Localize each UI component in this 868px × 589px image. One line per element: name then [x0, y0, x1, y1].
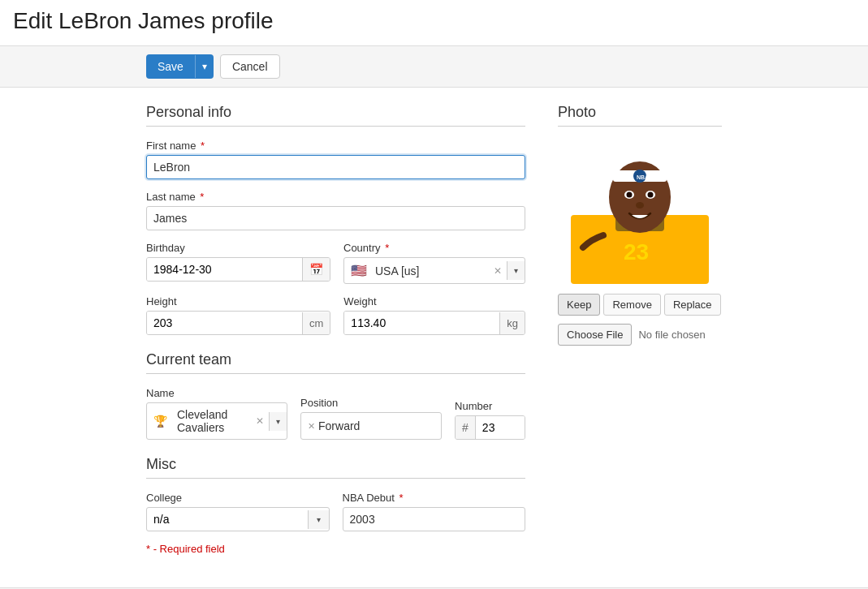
cancel-button[interactable]: Cancel: [220, 54, 280, 79]
college-select[interactable]: n/a: [147, 508, 308, 531]
birthday-field-group: Birthday 📅: [146, 242, 330, 284]
weight-unit: kg: [499, 312, 525, 334]
team-select-wrapper: 🏆 Cleveland Cavaliers ✕ ▾: [146, 402, 287, 440]
country-select-wrapper: 🇺🇸 USA [us] ✕ ▾: [343, 257, 525, 284]
weight-input-wrapper: kg: [343, 311, 525, 335]
personal-info-title: Personal info: [146, 104, 525, 127]
height-field-group: Height cm: [146, 295, 330, 335]
required-note: * - Required field: [146, 543, 525, 555]
nba-debut-input[interactable]: [343, 507, 526, 531]
svg-text:NBA: NBA: [637, 174, 649, 180]
photo-title: Photo: [558, 104, 722, 127]
team-dropdown-arrow[interactable]: ▾: [269, 412, 287, 431]
last-name-input[interactable]: [146, 206, 525, 230]
personal-info-section: Personal info First name * Last name *: [146, 104, 525, 335]
height-input-wrapper: cm: [146, 311, 330, 335]
birthday-input[interactable]: [147, 258, 302, 281]
weight-label: Weight: [343, 295, 525, 307]
keep-button[interactable]: Keep: [558, 294, 600, 316]
calendar-icon[interactable]: 📅: [302, 258, 330, 281]
height-unit: cm: [302, 312, 330, 334]
position-label: Position: [300, 397, 442, 409]
birthday-label: Birthday: [146, 242, 330, 254]
first-name-label: First name *: [146, 140, 525, 152]
birthday-input-wrapper: 📅: [146, 257, 330, 282]
nba-debut-field-group: NBA Debut *: [343, 492, 526, 531]
file-upload-row: Choose File No file chosen: [558, 324, 722, 346]
weight-input[interactable]: [344, 312, 499, 334]
team-fields-row: Name 🏆 Cleveland Cavaliers ✕ ▾ Position …: [146, 387, 525, 440]
team-name-text: Cleveland Cavaliers: [174, 403, 251, 439]
first-name-input[interactable]: [146, 155, 525, 179]
nba-debut-label: NBA Debut *: [343, 492, 526, 504]
position-field-group: Position ✕ Forward: [300, 397, 442, 440]
page-title: Edit LeBron James profile: [0, 0, 868, 45]
country-clear-button[interactable]: ✕: [489, 260, 507, 282]
svg-point-9: [648, 191, 654, 197]
top-toolbar: Save ▾ Cancel: [0, 45, 868, 88]
team-clear-button[interactable]: ✕: [251, 411, 269, 432]
svg-point-10: [636, 202, 644, 209]
college-field-group: College n/a ▾: [146, 492, 330, 531]
first-name-field-group: First name *: [146, 140, 525, 179]
number-input-wrapper: #: [455, 415, 525, 440]
svg-point-8: [627, 191, 633, 197]
height-weight-row: Height cm Weight kg: [146, 295, 525, 335]
number-label: Number: [455, 400, 525, 412]
misc-title: Misc: [146, 456, 525, 479]
height-label: Height: [146, 295, 330, 307]
last-name-label: Last name *: [146, 191, 525, 203]
position-remove-button[interactable]: ✕: [308, 421, 315, 432]
team-name-label: Name: [146, 387, 287, 399]
position-tag: ✕ Forward: [308, 419, 360, 432]
country-label: Country *: [343, 242, 525, 254]
main-content: Personal info First name * Last name *: [0, 88, 868, 571]
svg-text:23: 23: [624, 239, 649, 264]
country-field-group: Country * 🇺🇸 USA [us] ✕ ▾: [343, 242, 525, 284]
misc-fields-row: College n/a ▾ NBA Debut *: [146, 492, 525, 531]
remove-button[interactable]: Remove: [603, 294, 660, 316]
position-value: Forward: [318, 419, 360, 432]
college-select-wrapper: n/a ▾: [146, 507, 330, 531]
position-tag-wrapper: ✕ Forward: [300, 412, 442, 440]
choose-file-button[interactable]: Choose File: [558, 324, 632, 346]
weight-field-group: Weight kg: [343, 295, 525, 335]
team-name-field-group: Name 🏆 Cleveland Cavaliers ✕ ▾: [146, 387, 287, 440]
player-photo: NBA 23: [567, 140, 713, 286]
save-button[interactable]: Save: [146, 54, 195, 79]
misc-section: Misc College n/a ▾ NBA Debut *: [146, 456, 525, 555]
number-input[interactable]: [476, 416, 525, 439]
birthday-country-row: Birthday 📅 Country * 🇺🇸 USA [us] ✕: [146, 242, 525, 284]
team-icon: 🏆: [147, 410, 174, 432]
college-label: College: [146, 492, 330, 504]
photo-actions: Keep Remove Replace: [558, 294, 722, 316]
country-flag-icon: 🇺🇸: [344, 258, 372, 283]
last-name-field-group: Last name *: [146, 191, 525, 230]
country-value-text: USA [us]: [372, 260, 489, 282]
no-file-text: No file chosen: [638, 329, 705, 341]
country-dropdown-arrow[interactable]: ▾: [507, 261, 525, 280]
replace-button[interactable]: Replace: [664, 294, 721, 316]
left-column: Personal info First name * Last name *: [146, 104, 525, 555]
number-field-group: Number #: [455, 400, 525, 440]
save-dropdown-button[interactable]: ▾: [195, 55, 214, 78]
height-input[interactable]: [147, 312, 302, 334]
current-team-title: Current team: [146, 351, 525, 374]
save-button-group[interactable]: Save ▾: [146, 54, 214, 79]
number-hash-symbol: #: [456, 416, 476, 439]
college-dropdown-arrow[interactable]: ▾: [308, 510, 329, 529]
current-team-section: Current team Name 🏆 Cleveland Cavaliers …: [146, 351, 525, 440]
photo-section: Photo NBA: [558, 104, 722, 555]
